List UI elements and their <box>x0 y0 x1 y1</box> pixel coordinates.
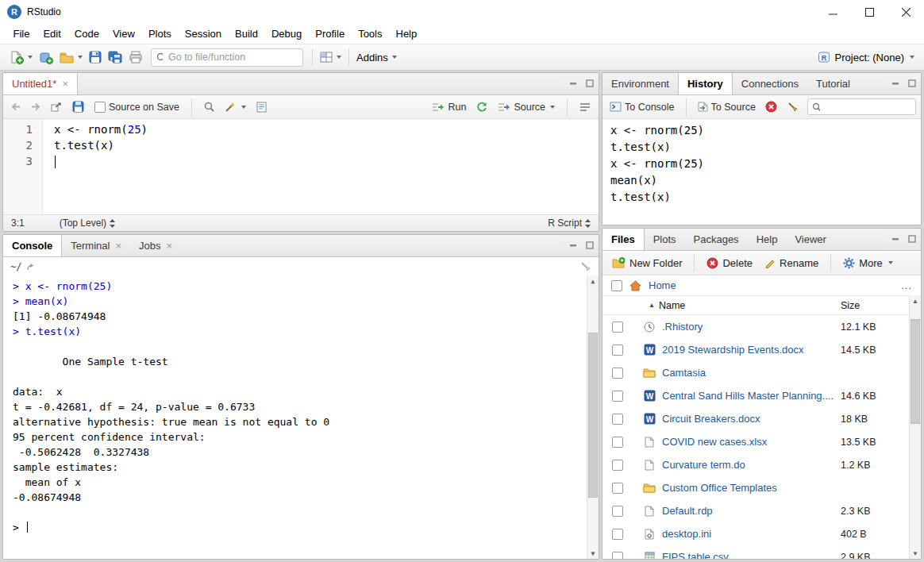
minimize-pane-icon[interactable] <box>889 233 902 244</box>
history-entry[interactable]: t.test(x) <box>610 189 913 206</box>
file-checkbox[interactable] <box>612 552 623 560</box>
tab-history[interactable]: History <box>678 73 733 95</box>
file-checkbox[interactable] <box>612 460 623 471</box>
minimize-pane-icon[interactable] <box>567 78 579 89</box>
file-name-link[interactable]: Circuit Breakers.docx <box>662 413 841 425</box>
file-checkbox[interactable] <box>612 483 623 494</box>
menu-item[interactable]: Debug <box>264 25 308 43</box>
file-checkbox[interactable] <box>612 414 623 425</box>
history-entry[interactable]: x <- rnorm(25) <box>610 156 913 172</box>
compile-report-button[interactable] <box>254 100 269 114</box>
forward-button[interactable] <box>29 101 43 113</box>
console-output[interactable]: > x <- rnorm(25)> mean(x)[1] -0.08674948… <box>3 275 599 559</box>
source-on-save-checkbox[interactable]: Source on Save <box>92 100 182 114</box>
file-name-link[interactable]: Custom Office Templates <box>662 482 841 494</box>
file-checkbox[interactable] <box>612 345 623 356</box>
open-in-new-window-button[interactable] <box>48 101 64 114</box>
file-name-link[interactable]: 2019 Stewardship Events.docx <box>662 344 841 356</box>
breadcrumb-home-link[interactable]: Home <box>649 279 676 291</box>
save-button[interactable] <box>86 48 105 66</box>
to-console-button[interactable]: To Console <box>607 100 677 114</box>
scroll-up-icon[interactable]: ▲ <box>587 275 599 287</box>
maximize-pane-icon[interactable] <box>906 233 918 244</box>
source-button[interactable]: Source <box>495 100 557 114</box>
checkbox-icon[interactable] <box>94 102 106 113</box>
scrollbar-thumb[interactable] <box>911 319 920 424</box>
select-all-checkbox[interactable] <box>611 280 622 291</box>
file-name-link[interactable]: Default.rdp <box>662 505 841 517</box>
file-name-link[interactable]: desktop.ini <box>662 528 841 540</box>
code-editor[interactable]: 123 x <- rnorm(25)t.test(x) <box>3 119 599 214</box>
open-file-button[interactable] <box>56 49 86 66</box>
home-icon[interactable] <box>629 280 641 291</box>
history-list[interactable]: x <- rnorm(25)t.test(x)x <- rnorm(25)mea… <box>603 119 921 225</box>
file-checkbox[interactable] <box>612 391 623 402</box>
maximize-pane-icon[interactable] <box>906 78 918 89</box>
maximize-pane-icon[interactable] <box>583 240 596 251</box>
file-name-link[interactable]: Camtasia <box>662 367 841 379</box>
minimize-button[interactable] <box>814 0 851 24</box>
maximize-button[interactable] <box>851 0 887 24</box>
rerun-button[interactable] <box>474 100 490 114</box>
run-button[interactable]: Run <box>429 100 468 114</box>
clear-console-icon[interactable] <box>579 260 591 272</box>
save-source-button[interactable] <box>70 99 87 114</box>
tab-tutorial[interactable]: Tutorial <box>807 73 850 94</box>
pane-layout-button[interactable] <box>317 49 345 65</box>
menu-item[interactable]: Session <box>178 25 228 43</box>
column-header-name[interactable]: ▲ Name <box>603 300 841 311</box>
project-menu-button[interactable]: R Project: (None) <box>818 51 918 64</box>
minimize-pane-icon[interactable] <box>889 78 902 89</box>
menu-item[interactable]: Edit <box>37 25 67 43</box>
menu-item[interactable]: Help <box>389 25 424 43</box>
more-button[interactable]: More <box>839 256 897 271</box>
file-name-link[interactable]: COVID new cases.xlsx <box>662 436 841 448</box>
tab-viewer[interactable]: Viewer <box>786 229 835 250</box>
scroll-down-icon[interactable]: ▼ <box>910 548 921 559</box>
doc-type-selector[interactable]: R Script <box>548 217 591 229</box>
tab-untitled1[interactable]: Untitled1* × <box>3 73 78 95</box>
delete-history-button[interactable] <box>763 99 780 114</box>
close-button[interactable] <box>887 0 924 24</box>
file-checkbox[interactable] <box>612 506 623 517</box>
goto-file-input[interactable] <box>167 51 298 64</box>
close-icon[interactable]: × <box>115 240 121 252</box>
delete-file-button[interactable]: Delete <box>703 256 757 271</box>
rename-file-button[interactable]: Rename <box>760 256 822 271</box>
find-replace-button[interactable] <box>202 100 217 114</box>
new-file-button[interactable] <box>6 48 36 67</box>
file-checkbox[interactable] <box>612 529 623 540</box>
back-button[interactable] <box>9 101 23 113</box>
column-header-size[interactable]: Size <box>841 300 909 311</box>
file-checkbox[interactable] <box>612 368 623 379</box>
clear-history-button[interactable] <box>784 99 801 114</box>
history-entry[interactable]: x <- rnorm(25) <box>610 122 913 139</box>
tab-jobs[interactable]: Jobs× <box>130 235 181 256</box>
console-prompt[interactable]: > <box>13 520 583 535</box>
addins-button[interactable]: Addins <box>353 49 400 66</box>
goto-file-search[interactable] <box>151 48 303 67</box>
history-entry[interactable]: mean(x) <box>610 172 913 189</box>
file-checkbox[interactable] <box>612 437 623 448</box>
tab-help[interactable]: Help <box>748 229 787 250</box>
code-lines[interactable]: x <- rnorm(25)t.test(x) <box>43 119 599 214</box>
console-scrollbar[interactable]: ▲ ▼ <box>587 275 599 559</box>
file-name-link[interactable]: Curvature term.do <box>662 459 841 471</box>
tab-connections[interactable]: Connections <box>733 73 807 94</box>
new-folder-button[interactable]: New Folder <box>608 256 686 271</box>
to-source-button[interactable]: To Source <box>695 100 758 114</box>
breadcrumb-ellipsis-button[interactable]: ... <box>901 279 912 291</box>
save-all-button[interactable] <box>105 48 125 66</box>
tab-files[interactable]: Files <box>603 229 645 251</box>
maximize-pane-icon[interactable] <box>583 78 596 89</box>
close-icon[interactable]: × <box>62 78 68 90</box>
tab-console[interactable]: Console <box>3 235 62 257</box>
minimize-pane-icon[interactable] <box>567 240 579 251</box>
file-name-link[interactable]: FIPS table.csv <box>662 551 841 559</box>
new-project-button[interactable] <box>36 48 56 67</box>
menu-item[interactable]: View <box>106 25 141 43</box>
menu-item[interactable]: File <box>6 25 37 43</box>
history-search-input[interactable] <box>823 101 911 114</box>
document-outline-button[interactable] <box>577 101 593 114</box>
history-search[interactable] <box>807 98 916 115</box>
